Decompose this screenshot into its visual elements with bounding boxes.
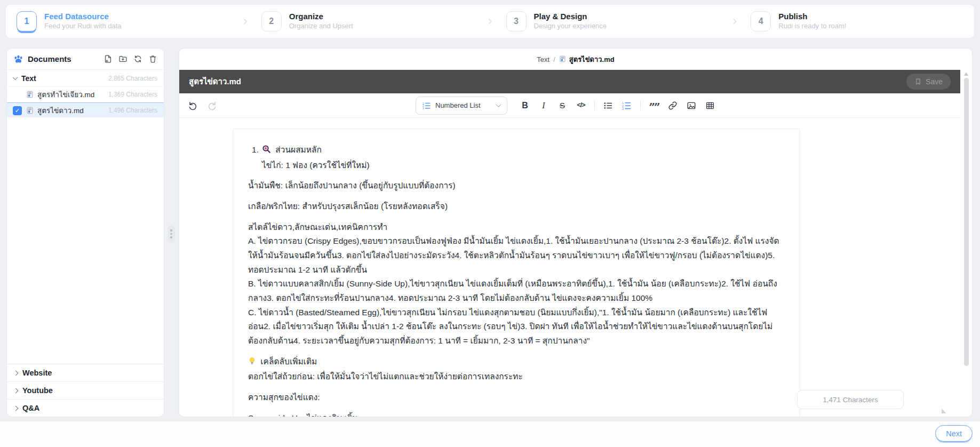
sidebar-group-qna[interactable]: Q&A bbox=[7, 399, 164, 417]
delete-button[interactable] bbox=[148, 54, 157, 64]
paragraph-line: C. ไข่ดาวน้ำ (Basted/Steamed Egg),ไข่ขาว… bbox=[248, 306, 785, 348]
paragraph-line: B. ไข่ดาวแบบคลาสสิก/เยิ้ม (Sunny-Side Up… bbox=[248, 277, 785, 305]
paragraph-line: ความสุกของไข่แดง: bbox=[248, 390, 785, 405]
save-label: Save bbox=[926, 77, 943, 86]
bullet-list-button[interactable] bbox=[603, 99, 614, 112]
toolbar-divider bbox=[594, 101, 595, 110]
document-titlebar: สูตรไข่ดาว.md Save bbox=[179, 70, 960, 93]
sidebar-title: Documents bbox=[28, 54, 99, 63]
file-row-fried-egg[interactable]: ✓ สูตรไข่ดาว.md 1,496 Characters bbox=[7, 102, 164, 118]
strikethrough-button[interactable]: S bbox=[557, 99, 568, 112]
file-characters: 1,369 Characters bbox=[108, 91, 157, 98]
svg-text:3: 3 bbox=[423, 107, 424, 110]
numbered-list-icon: 123 bbox=[423, 101, 431, 110]
ordered-list-item: 1. ส่วนผสมหลัก ไข่ไก่: 1 ฟอง (ควรใช้ไข่ท… bbox=[248, 143, 785, 172]
list-item-line2: ไข่ไก่: 1 ฟอง (ควรใช้ไข่ที่ใหม่) bbox=[262, 158, 785, 173]
chevron-right-icon bbox=[13, 370, 19, 376]
wizard-stepper: 1 Feed Datasource Feed your Rudi with da… bbox=[5, 4, 975, 38]
sidebar-group-website[interactable]: Website bbox=[7, 364, 164, 381]
resize-grip[interactable] bbox=[942, 409, 946, 413]
paragraph-line: เกลือ/พริกไทย: สำหรับปรุงรสเล็กน้อย (โรย… bbox=[248, 199, 785, 214]
paragraph: Sunny-side Up: ไข่แดงดิบ เยิ้ม bbox=[248, 411, 785, 418]
step-subtitle: Organize and Upsert bbox=[289, 22, 353, 31]
breadcrumb-separator: / bbox=[553, 55, 555, 63]
step-number-1: 1 bbox=[17, 11, 37, 31]
sidebar-group-text[interactable]: Text 2,865 Characters bbox=[7, 70, 164, 87]
step-organize[interactable]: 2 Organize Organize and Upsert bbox=[251, 11, 485, 31]
italic-button[interactable]: I bbox=[538, 99, 549, 112]
save-button[interactable]: Save bbox=[906, 74, 951, 90]
toolbar-divider bbox=[640, 101, 641, 110]
svg-text:3: 3 bbox=[622, 107, 624, 110]
add-folder-button[interactable] bbox=[118, 54, 128, 64]
chevron-down-icon bbox=[13, 75, 18, 80]
paragraph-line: สไตล์ไข่ดาว,ลักษณะเด่น,เทคนิคการทำ bbox=[248, 220, 785, 235]
paragraph-line: น้ำมันพืช: เล็กน้อยถึงปานกลาง (ขึ้นอยู่ก… bbox=[248, 179, 785, 193]
step-title: Feed Datasource bbox=[44, 12, 122, 22]
character-count-badge: 1,471 Characters bbox=[797, 390, 904, 409]
lightbulb-icon bbox=[248, 356, 256, 370]
markdown-document[interactable]: 1. ส่วนผสมหลัก ไข่ไก่: 1 ฟอง (ควรใช้ไข่ท… bbox=[233, 129, 800, 417]
chevron-right-icon bbox=[13, 388, 19, 393]
group-label: Q&A bbox=[22, 404, 39, 412]
paragraph-line: A. ไข่ดาวกรอบ (Crispy Edges),ขอบขาวกรอบเ… bbox=[248, 234, 785, 277]
group-label: Youtube bbox=[22, 386, 53, 395]
editor-toolbar: 123 Numbered List B I S </> 123 ”” bbox=[179, 93, 960, 118]
paw-icon bbox=[13, 54, 23, 64]
numbered-list-button[interactable]: 123 bbox=[622, 99, 632, 112]
table-button[interactable] bbox=[705, 99, 715, 112]
list-item-text: ส่วนผสมหลัก bbox=[275, 145, 322, 154]
bookmark-icon bbox=[914, 78, 922, 85]
paragraph-line: ตอกไข่ใส่ถ้วยก่อน: เพื่อให้มั่นใจว่าไข่ไ… bbox=[248, 370, 785, 384]
editor-panel: Text / สูตรไข่ดาว.md สูตรไข่ดาว.md Save … bbox=[179, 48, 973, 417]
chevron-right-icon: › bbox=[240, 13, 251, 28]
paragraph-line: เคล็ดลับเพิ่มเติม bbox=[260, 357, 317, 366]
sidebar-group-youtube[interactable]: Youtube bbox=[7, 381, 164, 399]
block-format-value: Numbered List bbox=[435, 101, 492, 109]
breadcrumb-section[interactable]: Text bbox=[537, 55, 549, 63]
step-number-3: 3 bbox=[506, 11, 527, 31]
paragraph: เกลือ/พริกไทย: สำหรับปรุงรสเล็กน้อย (โรย… bbox=[248, 199, 785, 214]
step-feed-datasource[interactable]: 1 Feed Datasource Feed your Rudi with da… bbox=[6, 11, 240, 31]
paragraph: เคล็ดลับเพิ่มเติม ตอกไข่ใส่ถ้วยก่อน: เพื… bbox=[248, 355, 785, 384]
step-play-design[interactable]: 3 Play & Design Design your experience bbox=[496, 11, 730, 31]
file-row-omelette[interactable]: สูตรทำไข่เจียว.md 1,369 Characters bbox=[7, 87, 164, 102]
link-button[interactable] bbox=[667, 99, 678, 112]
document-icon bbox=[26, 91, 34, 98]
step-subtitle: Rudi is ready to roam! bbox=[778, 22, 846, 31]
editor-scrollbar[interactable] bbox=[962, 71, 970, 413]
step-number-2: 2 bbox=[261, 11, 282, 31]
breadcrumb-file: สูตรไข่ดาว.md bbox=[569, 54, 615, 65]
block-format-dropdown[interactable]: 123 Numbered List bbox=[416, 97, 507, 115]
paragraph-line: Sunny-side Up: ไข่แดงดิบ เยิ้ม bbox=[248, 411, 785, 418]
documents-sidebar: Documents Text 2,865 Characters สูตรทำไข… bbox=[6, 48, 164, 417]
quote-button[interactable]: ”” bbox=[649, 101, 659, 114]
redo-button[interactable] bbox=[206, 99, 217, 112]
group-label: Website bbox=[22, 369, 52, 377]
chevron-right-icon: › bbox=[485, 13, 496, 28]
chevron-down-icon bbox=[496, 102, 501, 107]
image-button[interactable] bbox=[686, 99, 697, 112]
add-document-button[interactable] bbox=[103, 54, 113, 64]
bold-button[interactable]: B bbox=[520, 99, 530, 112]
scroll-up-arrow-icon[interactable] bbox=[964, 72, 968, 76]
magnifier-icon bbox=[262, 144, 271, 158]
group-characters: 2,865 Characters bbox=[108, 75, 157, 82]
file-checkbox[interactable]: ✓ bbox=[13, 106, 22, 115]
undo-button[interactable] bbox=[188, 99, 198, 112]
panel-resize-handle[interactable] bbox=[168, 225, 175, 243]
refresh-button[interactable] bbox=[133, 54, 142, 64]
file-name: สูตรทำไข่เจียว.md bbox=[37, 89, 105, 100]
paragraph: ความสุกของไข่แดง: bbox=[248, 390, 785, 405]
scrollbar-thumb[interactable] bbox=[964, 78, 969, 366]
sidebar-empty-space bbox=[7, 118, 164, 364]
file-characters: 1,496 Characters bbox=[108, 107, 157, 114]
step-publish[interactable]: 4 Publish Rudi is ready to roam! bbox=[740, 11, 974, 31]
paragraph: สไตล์ไข่ดาว,ลักษณะเด่น,เทคนิคการทำ A. ไข… bbox=[248, 220, 785, 348]
code-button[interactable]: </> bbox=[576, 99, 586, 112]
next-button[interactable]: Next bbox=[935, 425, 973, 442]
editor-content-area[interactable]: 1. ส่วนผสมหลัก ไข่ไก่: 1 ฟอง (ควรใช้ไข่ท… bbox=[179, 118, 960, 417]
step-subtitle: Feed your Rudi with data bbox=[44, 22, 122, 31]
step-title: Publish bbox=[778, 12, 846, 22]
list-marker: 1. bbox=[248, 143, 259, 157]
